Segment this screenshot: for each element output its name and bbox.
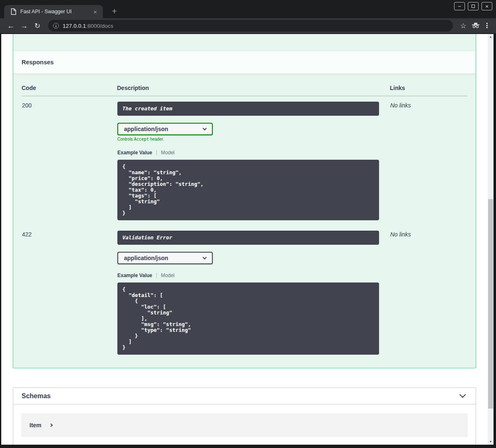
response-row-200: 200 The created item application/json Co… — [22, 96, 467, 226]
chevron-down-icon — [203, 255, 207, 259]
reload-button[interactable]: ↻ — [31, 22, 44, 29]
scroll-up-icon[interactable]: ▲ — [488, 34, 494, 40]
media-type-select[interactable]: application/json — [117, 252, 213, 264]
browser-menu-icon[interactable]: ⋮ — [482, 22, 492, 29]
chevron-down-icon — [203, 126, 207, 130]
window-titlebar: Fast API - Swagger UI × + − × — [0, 0, 496, 18]
document-icon — [11, 8, 16, 15]
tab-model[interactable]: Model — [161, 273, 175, 278]
close-icon: × — [485, 4, 489, 9]
maximize-button[interactable] — [468, 2, 479, 10]
links-value: No links — [390, 231, 411, 238]
url-path: :8000/docs — [86, 23, 113, 29]
page-content: Responses Code Description Links — [1, 34, 494, 445]
schemas-section: Schemas Item ValidationError — [13, 387, 476, 445]
bookmark-star-icon[interactable]: ☆ — [457, 22, 469, 29]
model-item[interactable]: Item — [21, 413, 468, 437]
note-text: Controls — [117, 137, 134, 141]
browser-tab[interactable]: Fast API - Swagger UI × — [4, 5, 103, 18]
links-value: No links — [390, 102, 411, 109]
example-model-tabs: Example Value Model — [117, 150, 389, 156]
media-type-value: application/json — [124, 255, 168, 261]
response-code: 422 — [22, 231, 32, 238]
operation-spacer — [13, 34, 476, 51]
url-host: 127.0.0.1 — [63, 23, 86, 29]
chevron-right-icon — [49, 424, 53, 427]
model-name: Item — [29, 422, 41, 429]
window-controls: − × — [454, 2, 492, 10]
scroll-down-icon[interactable]: ▼ — [488, 439, 494, 445]
tab-separator — [156, 273, 157, 278]
maximize-icon — [472, 5, 475, 8]
response-code: 200 — [22, 102, 32, 109]
schemas-header[interactable]: Schemas — [13, 388, 476, 404]
incognito-icon — [469, 22, 482, 29]
column-header-links: Links — [390, 85, 467, 96]
forward-button[interactable]: → — [17, 22, 31, 29]
note-text: header. — [149, 137, 164, 141]
responses-section-header: Responses — [13, 51, 476, 74]
address-bar[interactable]: 127.0.0.1:8000/docs — [48, 20, 453, 32]
responses-table-wrapper: Code Description Links 200 The created i… — [13, 74, 476, 368]
minimize-icon: − — [458, 4, 461, 9]
column-header-description: Description — [117, 85, 390, 96]
schemas-title: Schemas — [22, 392, 51, 400]
swagger-page: Responses Code Description Links — [1, 34, 488, 445]
media-type-value: application/json — [124, 126, 168, 132]
browser-window: Fast API - Swagger UI × + − × ← → ↻ 127.… — [0, 0, 496, 448]
tab-close-icon[interactable]: × — [92, 8, 99, 15]
responses-title: Responses — [22, 59, 53, 66]
back-button[interactable]: ← — [4, 22, 17, 29]
response-row-422: 422 Validation Error application/json Ex… — [22, 226, 467, 360]
site-info-icon[interactable] — [53, 23, 59, 29]
close-button[interactable]: × — [481, 2, 492, 10]
minimize-button[interactable]: − — [454, 2, 465, 10]
media-type-select[interactable]: application/json — [117, 123, 213, 135]
example-json-block: { "name": "string", "price": 0, "descrip… — [117, 160, 379, 220]
post-operation-block: Responses Code Description Links — [13, 34, 476, 368]
new-tab-button[interactable]: + — [109, 5, 120, 17]
example-model-tabs: Example Value Model — [117, 273, 389, 278]
scrollbar-thumb[interactable] — [488, 199, 493, 409]
response-description: Validation Error — [117, 231, 379, 245]
tab-example-value[interactable]: Example Value — [117, 273, 152, 278]
page-scrollbar[interactable]: ▲ ▼ — [488, 34, 494, 445]
browser-toolbar: ← → ↻ 127.0.0.1:8000/docs ☆ ⋮ — [0, 18, 496, 34]
tab-title: Fast API - Swagger UI — [20, 9, 92, 15]
url-text[interactable]: 127.0.0.1:8000/docs — [63, 23, 113, 29]
tab-model[interactable]: Model — [161, 150, 175, 156]
section-gap — [1, 368, 488, 387]
example-json-block: { "detail": [ { "loc": [ "string" ], "ms… — [117, 282, 379, 355]
note-accept: Accept — [134, 137, 149, 141]
tab-separator — [156, 150, 157, 156]
responses-table: Code Description Links 200 The created i… — [22, 85, 467, 360]
tab-example-value[interactable]: Example Value — [117, 150, 152, 156]
accept-header-note: Controls Accept header. — [117, 137, 389, 141]
chevron-down-icon[interactable] — [460, 391, 466, 398]
response-description: The created item — [117, 102, 379, 116]
column-header-code: Code — [22, 85, 117, 96]
